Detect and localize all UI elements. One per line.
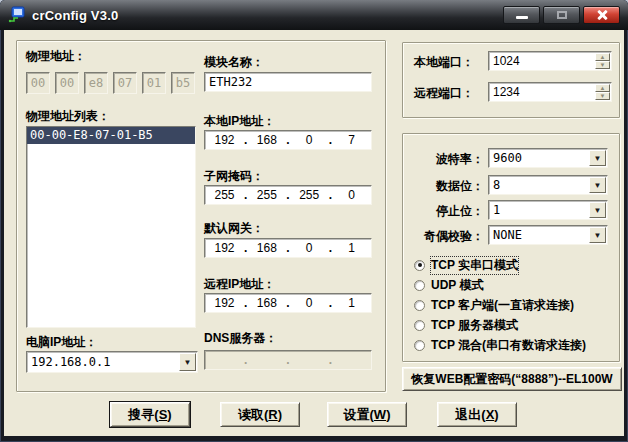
mode-radio-label[interactable]: TCP 客户端(一直请求连接): [431, 297, 574, 314]
ip-octet: 168: [247, 296, 286, 310]
spinner-down-icon[interactable]: ▼: [595, 61, 610, 69]
mode-radio-label[interactable]: TCP 服务器模式: [431, 317, 518, 334]
mac-octet-4: 07: [113, 72, 137, 94]
mac-octet-5: 01: [142, 72, 166, 94]
dns-label: DNS服务器：: [204, 330, 277, 347]
module-name-input[interactable]: ETH232: [204, 72, 372, 92]
dropdown-arrow-icon[interactable]: ▼: [179, 353, 196, 371]
local-ip-label: 本地IP地址：: [204, 113, 275, 130]
ip-octet: 255: [247, 188, 286, 202]
ip-octet: 255: [205, 188, 244, 202]
local-port-value: 1024: [493, 54, 594, 68]
remote-port-input[interactable]: 1234 ▲ ▼: [488, 82, 612, 102]
remote-ip-input[interactable]: 192 168 0 1: [204, 293, 372, 313]
baud-rate-combobox[interactable]: 9600 ▼: [488, 148, 608, 168]
mode-radio-tcp-client[interactable]: TCP 客户端(一直请求连接): [414, 298, 574, 312]
spinner-up-icon[interactable]: ▲: [595, 53, 610, 61]
ip-octet: 192: [205, 133, 244, 147]
close-button[interactable]: [583, 6, 620, 24]
button-mnemonic: S: [159, 407, 168, 422]
parity-label: 奇偶校验：: [410, 228, 484, 245]
spinner-up-icon[interactable]: ▲: [595, 84, 610, 92]
remote-ip-label: 远程IP地址：: [204, 276, 275, 293]
button-label: ): [494, 407, 498, 422]
subnet-mask-label: 子网掩码：: [204, 168, 264, 185]
set-button[interactable]: 设置(W): [327, 402, 407, 427]
ip-octet: 168: [247, 133, 286, 147]
dns-input: [204, 350, 372, 370]
remote-port-value: 1234: [493, 85, 594, 99]
address-list-label: 物理地址列表：: [26, 108, 110, 125]
mode-radio-label[interactable]: TCP 混合(串口有数请求连接): [431, 337, 586, 354]
data-bits-combobox[interactable]: 8 ▼: [488, 175, 608, 195]
mode-radio-tcp-real-serial[interactable]: TCP 实串口模式: [414, 258, 518, 272]
button-label: 退出(: [455, 406, 485, 424]
pc-ip-label: 电脑IP地址：: [26, 334, 97, 351]
ip-octet: 1: [332, 296, 371, 310]
dialog-client-area: 物理地址： 00 00 e8 07 01 b5 物理地址列表： 00-00-E8…: [4, 30, 624, 436]
dropdown-arrow-icon[interactable]: ▼: [589, 227, 606, 243]
read-button[interactable]: 读取(R): [220, 402, 300, 427]
stop-bits-label: 停止位：: [410, 203, 484, 220]
remote-port-spinner[interactable]: ▲ ▼: [595, 84, 610, 100]
dropdown-arrow-icon[interactable]: ▼: [589, 177, 606, 193]
radio-icon[interactable]: [414, 300, 425, 311]
button-label: 读取(: [238, 406, 268, 424]
minimize-button[interactable]: [503, 6, 540, 24]
minimize-icon: [516, 16, 528, 19]
web-password-reset-button[interactable]: 恢复WEB配置密码(“8888”)--EL100W: [402, 367, 622, 391]
mac-octet-1: 00: [26, 72, 50, 94]
radio-icon[interactable]: [414, 280, 425, 291]
address-listbox[interactable]: 00-00-E8-07-01-B5: [26, 126, 196, 328]
ip-octet: 192: [205, 241, 244, 255]
ip-octet: 255: [290, 188, 329, 202]
radio-icon[interactable]: [414, 260, 425, 271]
mac-octet-6: b5: [171, 72, 195, 94]
mac-octet-3: e8: [84, 72, 108, 94]
dropdown-arrow-icon[interactable]: ▼: [589, 202, 606, 218]
button-label: 设置(: [344, 406, 374, 424]
maximize-icon: [557, 11, 567, 19]
titlebar-buttons: [503, 6, 622, 24]
pc-ip-combobox[interactable]: 192.168.0.1 ▼: [26, 351, 198, 373]
gateway-label: 默认网关：: [204, 220, 264, 237]
mode-radio-label[interactable]: UDP 模式: [431, 277, 483, 294]
titlebar[interactable]: crConfig V3.0: [0, 0, 628, 30]
physical-address-label: 物理地址：: [26, 48, 86, 65]
radio-icon[interactable]: [414, 320, 425, 331]
address-list-item-selected[interactable]: 00-00-E8-07-01-B5: [27, 127, 195, 144]
stop-bits-combobox[interactable]: 1 ▼: [488, 200, 608, 220]
ip-dot: [286, 353, 289, 367]
ip-octet: 7: [332, 133, 371, 147]
parity-combobox[interactable]: NONE ▼: [488, 225, 608, 245]
data-bits-label: 数据位：: [410, 178, 484, 195]
local-port-input[interactable]: 1024 ▲ ▼: [488, 51, 612, 71]
spinner-down-icon[interactable]: ▼: [595, 92, 610, 100]
search-button[interactable]: 搜寻(S): [110, 402, 190, 427]
ip-dot: [244, 353, 247, 367]
button-mnemonic: R: [268, 407, 277, 422]
ip-octet: 168: [247, 241, 286, 255]
mode-radio-udp[interactable]: UDP 模式: [414, 278, 483, 292]
local-port-label: 本地端口：: [414, 54, 474, 71]
radio-icon[interactable]: [414, 340, 425, 351]
button-label: ): [278, 407, 282, 422]
remote-port-label: 远程端口：: [414, 85, 474, 102]
mode-radio-tcp-mixed[interactable]: TCP 混合(串口有数请求连接): [414, 338, 586, 352]
button-label: ): [386, 407, 390, 422]
ip-octet: 0: [290, 133, 329, 147]
stop-bits-value: 1: [489, 203, 588, 217]
dropdown-arrow-icon[interactable]: ▼: [589, 150, 606, 166]
ip-octet: 1: [332, 241, 371, 255]
local-ip-input[interactable]: 192 168 0 7: [204, 130, 372, 150]
subnet-mask-input[interactable]: 255 255 255 0: [204, 185, 372, 205]
mode-radio-label[interactable]: TCP 实串口模式: [431, 257, 518, 274]
exit-button[interactable]: 退出(X): [437, 402, 517, 427]
mode-radio-tcp-server[interactable]: TCP 服务器模式: [414, 318, 518, 332]
local-port-spinner[interactable]: ▲ ▼: [595, 53, 610, 69]
ip-octet: 0: [290, 241, 329, 255]
maximize-button: [543, 6, 580, 24]
gateway-input[interactable]: 192 168 0 1: [204, 238, 372, 258]
app-icon: [8, 6, 26, 24]
button-label: ): [167, 407, 171, 422]
